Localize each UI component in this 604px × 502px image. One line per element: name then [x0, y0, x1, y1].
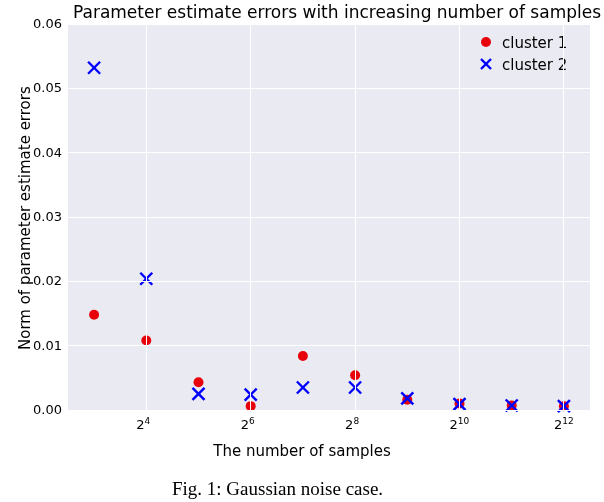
y-tick-label: 0.04: [33, 146, 62, 159]
y-tick-label: 0.01: [33, 339, 62, 352]
y-tick-label: 0.00: [33, 403, 62, 416]
gridline-v: [459, 24, 460, 410]
legend-label-2: cluster 2: [502, 58, 567, 73]
gridline-v: [563, 24, 564, 410]
svg-point-0: [481, 37, 491, 47]
x-tick-label: 24: [136, 418, 150, 431]
x-tick-label: 28: [345, 418, 359, 431]
figure-caption: Fig. 1: Gaussian noise case.: [172, 478, 383, 500]
legend-marker-x: [474, 57, 500, 71]
x-tick-label: 210: [450, 418, 470, 431]
gridline-v: [146, 24, 147, 410]
gridline-v: [355, 24, 356, 410]
x-tick-label: 26: [241, 418, 255, 431]
legend-label-1: cluster 1: [502, 36, 567, 51]
svg-line-1: [481, 59, 491, 69]
y-tick-label: 0.02: [33, 274, 62, 287]
y-tick-label: 0.05: [33, 81, 62, 94]
gridline-v: [250, 24, 251, 410]
y-axis-label: Norm of parameter estimate errors: [16, 86, 34, 350]
legend-marker-circle: [474, 35, 500, 49]
svg-line-2: [481, 59, 491, 69]
y-tick-label: 0.06: [33, 17, 62, 30]
y-tick-label: 0.03: [33, 210, 62, 223]
chart-title: Parameter estimate errors with increasin…: [73, 2, 601, 22]
x-axis-label: The number of samples: [0, 442, 604, 460]
x-tick-label: 212: [554, 418, 574, 431]
figure: Parameter estimate errors with increasin…: [0, 0, 604, 502]
